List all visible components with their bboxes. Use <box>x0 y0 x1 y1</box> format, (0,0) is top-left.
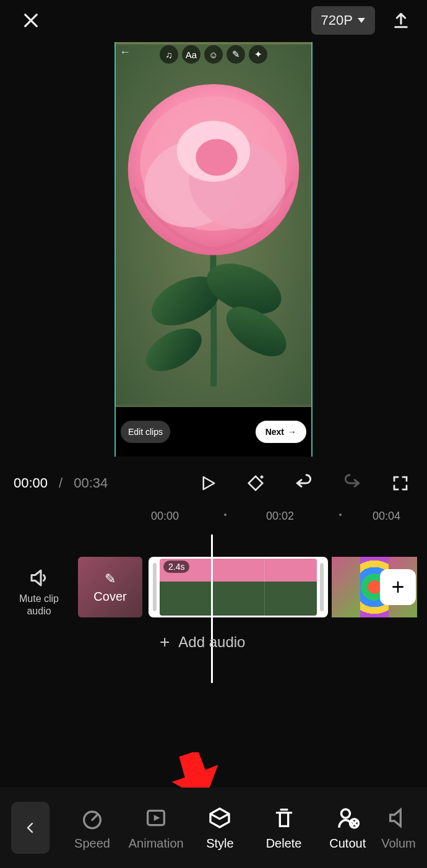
export-icon <box>391 11 411 30</box>
cutout-icon <box>335 806 361 831</box>
plus-icon: + <box>391 574 404 600</box>
toolbar-speed[interactable]: Speed <box>61 806 124 851</box>
sticker-icon: ☺ <box>209 49 218 60</box>
clip-frame <box>264 559 317 616</box>
playback-controls: 00:00 / 00:34 <box>0 460 427 506</box>
toolbar-back-button[interactable] <box>11 802 50 854</box>
close-icon <box>21 11 41 30</box>
cover-label: Cover <box>93 590 126 604</box>
clip-thumb[interactable] <box>332 557 360 617</box>
volume-icon <box>386 806 411 830</box>
resolution-selector[interactable]: 720P <box>311 6 375 35</box>
mute-clip-audio-button[interactable]: Mute clip audio <box>6 567 72 617</box>
keyframe-icon <box>246 474 265 492</box>
clip-duration-badge: 2.4s <box>163 561 189 573</box>
redo-button[interactable] <box>339 470 365 496</box>
keyframe-button[interactable] <box>243 470 269 496</box>
toolbar-cutout[interactable]: Cutout <box>316 806 379 851</box>
plus-icon: + <box>160 632 170 652</box>
top-bar: 720P <box>0 0 427 41</box>
mini-tool-draw[interactable]: ✎ <box>226 45 245 64</box>
redo-icon <box>342 473 362 493</box>
preview-frame[interactable]: ← ♫ Aa ☺ ✎ ✦ Edit clips Next → <box>114 42 313 457</box>
video-track[interactable]: ✎ Cover 2.4s <box>78 557 427 617</box>
ruler-tick-2: 00:04 <box>373 510 400 523</box>
playhead[interactable] <box>211 535 213 683</box>
toolbar-delete[interactable]: Delete <box>252 806 316 851</box>
total-time: 00:34 <box>74 475 108 491</box>
draw-icon: ✎ <box>232 49 240 60</box>
ruler-tick-0: 00:00 <box>151 510 179 523</box>
toolbar-label: Volum <box>381 836 416 851</box>
preview-mini-toolbar: ♫ Aa ☺ ✎ ✦ <box>116 45 311 64</box>
mute-label-line1: Mute clip <box>6 593 72 605</box>
toolbar-label: Cutout <box>329 836 366 851</box>
time-ruler[interactable]: 00:00 00:02 00:04 <box>0 506 427 528</box>
mini-tool-effects[interactable]: ✦ <box>249 45 267 64</box>
ruler-tick-1: 00:02 <box>266 510 294 523</box>
time-separator: / <box>59 475 63 491</box>
play-button[interactable] <box>194 470 220 496</box>
next-label: Next <box>265 427 284 437</box>
rose-image <box>116 42 311 407</box>
mute-label-line2: audio <box>6 605 72 617</box>
svg-point-14 <box>341 809 350 818</box>
edit-clips-label: Edit clips <box>128 427 163 437</box>
fullscreen-icon <box>391 474 410 492</box>
chevron-down-icon <box>358 18 365 23</box>
speaker-icon <box>28 567 50 589</box>
style-icon <box>207 806 232 830</box>
toolbar-label: Animation <box>129 836 184 851</box>
cover-thumb[interactable]: ✎ Cover <box>78 557 142 617</box>
svg-point-10 <box>196 139 237 176</box>
mini-tool-music[interactable]: ♫ <box>160 45 178 64</box>
next-button[interactable]: Next → <box>256 421 306 443</box>
toolbar-items: Speed Animation Style Delete Cutout Volu <box>61 806 421 851</box>
chevron-left-icon <box>23 820 38 835</box>
text-icon: Aa <box>186 49 197 60</box>
undo-button[interactable] <box>291 470 317 496</box>
top-right-controls: 720P <box>311 6 411 35</box>
trash-icon <box>272 806 296 830</box>
arrow-right-icon: → <box>288 427 296 437</box>
toolbar-label: Speed <box>74 836 110 851</box>
undo-icon <box>294 473 314 493</box>
sparkle-icon: ✦ <box>254 49 262 60</box>
resolution-label: 720P <box>321 12 353 28</box>
toolbar-style[interactable]: Style <box>188 806 251 851</box>
music-icon: ♫ <box>165 49 172 60</box>
play-icon <box>198 474 217 492</box>
timeline[interactable]: Mute clip audio ✎ Cover 2.4s <box>0 528 427 708</box>
export-button[interactable] <box>391 11 411 30</box>
mini-tool-sticker[interactable]: ☺ <box>204 45 223 64</box>
selected-clip[interactable]: 2.4s <box>149 557 328 617</box>
ruler-dot <box>224 513 226 516</box>
clip-handle-right[interactable] <box>320 563 324 611</box>
current-time: 00:00 <box>14 475 48 491</box>
clip-frame <box>212 559 264 616</box>
animation-icon <box>144 806 168 830</box>
preview-area: ← ♫ Aa ☺ ✎ ✦ Edit clips Next → <box>0 41 427 460</box>
toolbar-label: Style <box>206 836 233 851</box>
toolbar-label: Delete <box>266 836 302 851</box>
toolbar-animation[interactable]: Animation <box>124 806 188 851</box>
add-clip-button[interactable]: + <box>380 569 416 605</box>
add-audio-label: Add audio <box>178 634 245 651</box>
video-editor-screen: 720P <box>0 0 427 868</box>
preview-bottom-strip: Edit clips Next → <box>116 407 311 457</box>
bottom-toolbar: Speed Animation Style Delete Cutout Volu <box>0 788 427 868</box>
toolbar-volume[interactable]: Volum <box>380 806 417 851</box>
mini-tool-text[interactable]: Aa <box>182 45 201 64</box>
clip-handle-left[interactable] <box>153 563 157 611</box>
close-button[interactable] <box>19 8 43 33</box>
preview-content <box>116 42 311 407</box>
add-audio-button[interactable]: + Add audio <box>160 632 245 652</box>
speed-icon <box>80 806 105 830</box>
fullscreen-button[interactable] <box>387 470 413 496</box>
edit-icon: ✎ <box>105 571 116 587</box>
ruler-dot <box>339 513 342 516</box>
edit-clips-button[interactable]: Edit clips <box>121 421 170 443</box>
